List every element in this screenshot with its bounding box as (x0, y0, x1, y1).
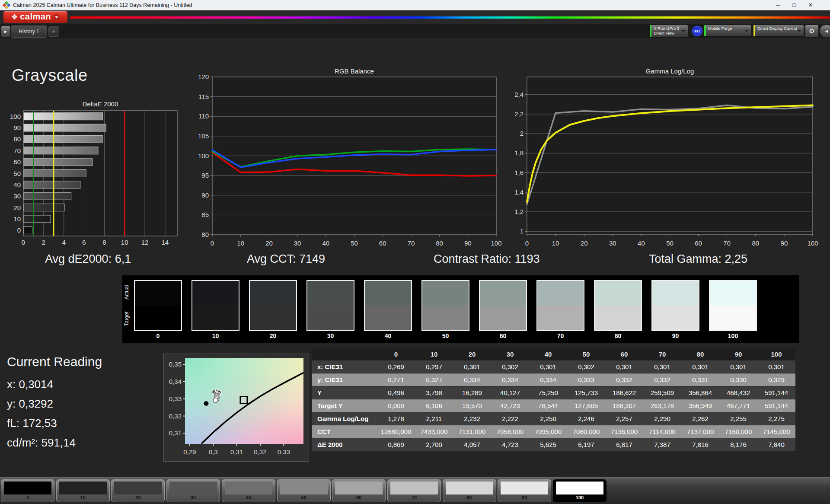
chart-text: 80 (201, 231, 209, 238)
minimize-button[interactable]: ─ (770, 0, 785, 10)
tab-history-1[interactable]: History 1 (11, 26, 47, 38)
current-reading-x: x: 0,3014 (7, 378, 53, 391)
swatch-level-label: 20 (249, 332, 297, 339)
table-cell: 0,332 (643, 373, 681, 386)
table-cell: 2,275 (757, 412, 795, 425)
meter-status-accent (650, 25, 651, 37)
display-control-dropdown[interactable]: Direct Display Control (753, 25, 804, 37)
swatch-actual (365, 281, 411, 306)
deltae-bar-70 (24, 147, 98, 154)
table-cell: 0,301 (529, 360, 567, 373)
chart-text: 0,31 (230, 448, 243, 456)
pattern-label: 10 (57, 495, 109, 500)
source-status-accent (704, 25, 706, 36)
table-column-header: 20 (453, 348, 491, 360)
chart-text: 1,6 (514, 169, 524, 176)
pattern-button-40[interactable]: 40 (222, 479, 275, 502)
meter-dropdown[interactable]: X-Rite i1Pro 3 Direct View (649, 25, 688, 38)
rgb-balance-line-chart: RGB Balance80859095100105110115120010203… (172, 55, 514, 252)
swatch-60 (479, 280, 527, 331)
table-row: ΔE 20000,8692,7004,0574,7235,6256,1976,8… (312, 438, 795, 451)
table-cell: 7136,000 (605, 425, 643, 438)
table-cell: 0,496 (377, 386, 415, 399)
table-cell: 8,176 (719, 438, 757, 451)
pattern-button-10[interactable]: 10 (56, 479, 110, 502)
pattern-button-30[interactable]: 30 (166, 479, 220, 502)
chart-text: 105 (198, 132, 209, 140)
table-column-header: 50 (567, 348, 605, 360)
add-tab-button[interactable]: + (48, 26, 59, 37)
expand-tabs-button[interactable]: ▶ (1, 26, 10, 37)
table-row-label: CCT (312, 425, 377, 438)
tab-toolbar: ▶ History 1 + X-Rite i1Pro 3 Direct View… (0, 24, 830, 38)
cie-xy-scatter-chart: 0,290,30,310,320,330,310,320,330,340,35 (163, 354, 309, 462)
source-dropdown[interactable]: Mobile Forge (704, 25, 751, 37)
current-reading-cdm2: cd/m²: 591,14 (7, 436, 76, 450)
table-row-label: ΔE 2000 (312, 438, 377, 451)
table-row-label: Y (312, 386, 377, 399)
maximize-button[interactable]: □ (787, 0, 801, 10)
chart-text: 2,4 (514, 91, 524, 98)
table-column-header: 90 (719, 348, 757, 360)
measured-point (213, 398, 218, 402)
meter-mode: Direct View (654, 31, 674, 35)
chart-text: 0,32 (254, 448, 266, 456)
table-cell: 0,333 (567, 373, 605, 386)
pattern-chip (225, 482, 272, 494)
chart-text: 14 (162, 239, 169, 246)
close-button[interactable]: ✕ (803, 0, 818, 10)
swatch-target (250, 306, 296, 330)
swatch-row-label-actual: Actual (124, 280, 133, 305)
pattern-button-0[interactable]: 0 (1, 479, 54, 502)
measured-point (204, 401, 208, 406)
swatch-40 (364, 280, 412, 331)
chart-text: 20 (265, 239, 273, 247)
chart-text: 0,33 (278, 448, 290, 456)
chart-text: 2 (520, 130, 524, 137)
chart-text: 90 (464, 239, 472, 247)
swatch-actual (537, 281, 584, 306)
calman-logo-menu[interactable]: ❖ calman (3, 11, 67, 23)
table-column-header: 70 (643, 348, 681, 360)
table-cell: 2,232 (453, 412, 491, 425)
chart-text: 50 (13, 170, 21, 177)
table-cell: 0,301 (605, 360, 643, 373)
chart-text: 40 (638, 239, 645, 247)
deltae-bar-20 (24, 204, 64, 211)
grayscale-data-table: 0102030405060708090100x: CIE310,2690,297… (312, 348, 795, 451)
pattern-button-70[interactable]: 70 (387, 479, 441, 502)
pattern-chip (556, 482, 603, 494)
chart-text: 0,33 (169, 395, 182, 402)
chart-text: 70 (408, 239, 415, 247)
pattern-label: 40 (222, 495, 275, 500)
chart-text: 100 (491, 239, 501, 247)
pattern-button-60[interactable]: 60 (332, 479, 386, 502)
swatch-level-label: 60 (479, 332, 527, 339)
table-cell: 356,949 (681, 399, 719, 412)
table-cell: 7160,000 (719, 425, 757, 438)
pattern-button-50[interactable]: 50 (277, 479, 331, 502)
table-row-label: Target Y (312, 399, 377, 412)
chart-text: 10 (552, 239, 559, 247)
chart-text: 100 (198, 152, 209, 159)
table-cell: 2,700 (415, 438, 453, 451)
chart-text: 1,2 (514, 208, 524, 215)
stat-contrast-ratio: Contrast Ratio: 1193 (434, 252, 540, 266)
swatch-70 (536, 280, 584, 331)
chevron-down-icon (797, 30, 801, 34)
chart-text: 0,32 (169, 412, 182, 420)
pattern-button-90[interactable]: 90 (498, 479, 551, 502)
pattern-button-100[interactable]: 100 (553, 479, 607, 502)
deltae-bar-40 (24, 181, 80, 188)
deltae-bar-0 (24, 226, 32, 234)
swatch-actual (135, 281, 181, 306)
table-cell: 6,197 (567, 438, 605, 451)
gear-icon[interactable]: ⚙ (805, 25, 819, 38)
pattern-label: 30 (167, 495, 220, 500)
swatch-10 (192, 280, 239, 331)
collapse-panel-button[interactable]: ◀ (820, 25, 830, 38)
pattern-label: 50 (278, 495, 330, 500)
pattern-button-20[interactable]: 20 (111, 479, 165, 502)
pattern-button-80[interactable]: 80 (443, 479, 496, 502)
swatch-target (422, 306, 469, 330)
